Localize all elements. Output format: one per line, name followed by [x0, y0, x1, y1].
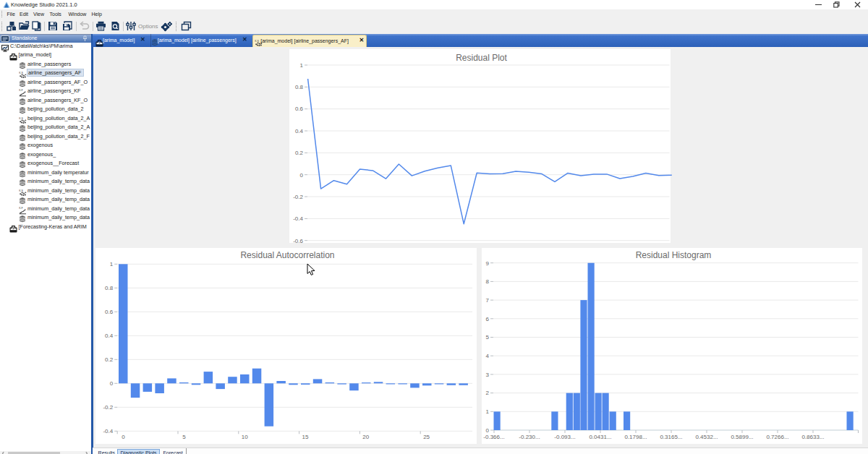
svg-text:-0.093...: -0.093...: [554, 434, 575, 440]
svg-text:0.1798...: 0.1798...: [624, 434, 647, 440]
svg-text:0.4532...: 0.4532...: [695, 434, 718, 440]
svg-text:0.4: 0.4: [295, 128, 304, 134]
svg-text:0: 0: [122, 434, 125, 440]
svg-text:0.4: 0.4: [105, 333, 114, 339]
svg-text:0.6: 0.6: [105, 309, 114, 315]
svg-text:Residual Histogram: Residual Histogram: [636, 250, 712, 260]
svg-text:9: 9: [486, 260, 490, 267]
svg-text:1: 1: [486, 408, 490, 415]
svg-text:-0.2: -0.2: [293, 194, 303, 200]
svg-text:0: 0: [110, 380, 114, 387]
svg-text:0.0431...: 0.0431...: [589, 434, 611, 440]
svg-text:0.6: 0.6: [295, 106, 304, 112]
svg-text:7: 7: [486, 297, 490, 304]
svg-text:-0.366...: -0.366...: [483, 434, 504, 440]
svg-text:K.F: K.F: [19, 90, 23, 93]
svg-text:0.3165...: 0.3165...: [660, 434, 682, 440]
svg-text:15: 15: [302, 434, 309, 440]
svg-text:3: 3: [486, 372, 490, 378]
svg-text:0.5899...: 0.5899...: [731, 434, 753, 440]
svg-text:-0.4: -0.4: [103, 428, 113, 434]
svg-text:0.8: 0.8: [105, 285, 114, 291]
svg-text:5: 5: [182, 434, 186, 440]
svg-text:0.8: 0.8: [295, 84, 304, 90]
svg-text:4: 4: [486, 353, 490, 359]
svg-text:25: 25: [423, 434, 430, 440]
svg-text:-0.4: -0.4: [293, 215, 303, 222]
svg-text:0: 0: [300, 172, 304, 179]
svg-text:0: 0: [486, 427, 490, 434]
svg-text:8: 8: [486, 278, 490, 285]
svg-text:K.S: K.S: [19, 72, 23, 74]
svg-text:K.S: K.S: [19, 189, 23, 192]
svg-text:5: 5: [486, 334, 490, 340]
svg-text:0.8633...: 0.8633...: [801, 434, 824, 440]
svg-text:6: 6: [486, 316, 490, 322]
svg-text:-0.230...: -0.230...: [519, 434, 540, 440]
svg-text:1: 1: [300, 62, 304, 69]
svg-text:0.7266...: 0.7266...: [766, 434, 788, 440]
svg-text:Residual Autocorrelation: Residual Autocorrelation: [240, 250, 334, 260]
svg-text:-0.2: -0.2: [103, 404, 113, 411]
svg-text:20: 20: [362, 434, 369, 440]
svg-text:0.2: 0.2: [295, 150, 304, 156]
svg-text:K.S: K.S: [255, 39, 259, 42]
svg-text:2: 2: [486, 390, 490, 396]
svg-text:0.2: 0.2: [105, 356, 114, 363]
svg-text:10: 10: [242, 434, 248, 440]
svg-text:K.S: K.S: [19, 116, 23, 119]
svg-text:Residual Plot: Residual Plot: [456, 53, 507, 63]
svg-text:1: 1: [110, 261, 114, 267]
svg-text:-0.6: -0.6: [293, 238, 303, 244]
svg-text:K.F: K.F: [19, 207, 23, 210]
